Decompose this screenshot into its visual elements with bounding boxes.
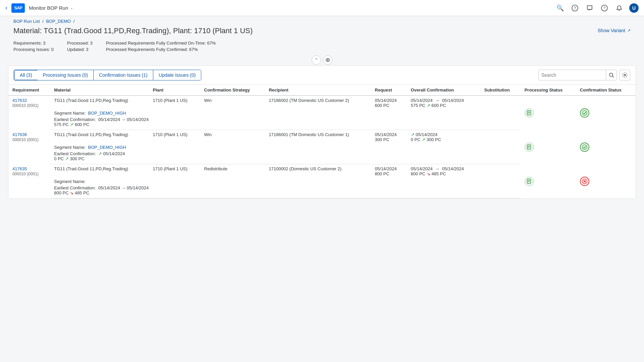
cell-plant: 1710 (Plant 1 US) [149, 164, 200, 179]
tab-all[interactable]: All (3) [14, 70, 38, 80]
tab-confirmation-issues[interactable]: Confirmation Issues (1) [94, 70, 153, 80]
cell-material: TG11 (Trad.Good 11,PD,Reg.Trading) [50, 96, 149, 110]
requirements-value: 3 [43, 41, 45, 46]
search-container [538, 70, 617, 80]
breadcrumb-bop-demo[interactable]: BOP_DEMO [46, 19, 71, 24]
svg-point-8 [624, 74, 626, 76]
app-title[interactable]: Monitor BOP Run ⌄ [29, 5, 73, 11]
col-overall-confirmation: Overall Confirmation [407, 85, 480, 96]
cell-overall-conf: 05/14/2024 → 05/14/2024 800 PC ↘ 485 PC [407, 164, 480, 179]
col-requirement: Requirement [8, 85, 50, 96]
pin-button[interactable] [323, 55, 332, 65]
chevron-down-icon: ⌄ [70, 6, 73, 10]
confirmation-status-icon[interactable] [580, 108, 589, 118]
cell-processing-status [521, 164, 576, 198]
tab-group: All (3) Processing Issues (0) Confirmati… [14, 70, 201, 80]
cell-recipient: 17186002 (TM Domestic US Customer 2) [265, 96, 371, 110]
notifications-icon[interactable] [614, 3, 624, 13]
processing-status-icon[interactable] [525, 108, 534, 118]
breadcrumb-sep-2: / [73, 19, 75, 24]
breadcrumb-sep-1: / [42, 19, 45, 24]
cell-substitution [480, 130, 521, 144]
cell-processing-status [521, 130, 576, 164]
confirmation-status-icon[interactable] [580, 142, 589, 152]
help-icon[interactable]: ? [600, 3, 609, 13]
table-row: 417635 000010 (0001) TG11 (Trad.Good 11,… [8, 164, 636, 179]
settings-button[interactable] [620, 70, 630, 80]
cell-segment-name: Segment Name: BOP_DEMO_HIGH [50, 110, 520, 116]
cell-recipient: 17100002 (Domestic US Customer 2) [265, 164, 371, 179]
fully-confirmed-on-time-label: Processed Requirements Fully Confirmed O… [106, 41, 206, 46]
fully-confirmed-value: 67% [189, 47, 198, 52]
breadcrumb-bop-run-list[interactable]: BOP Run List [13, 19, 40, 24]
content-area: All (3) Processing Issues (0) Confirmati… [8, 65, 636, 199]
search-input[interactable] [539, 72, 606, 78]
search-icon[interactable]: 🔍 [555, 3, 565, 13]
col-plant: Plant [149, 85, 200, 96]
cell-overall-conf: 05/14/2024 → 05/14/2024 575 PC ↗ 600 PC [407, 96, 480, 110]
avatar[interactable]: U [629, 3, 639, 13]
search-button[interactable] [606, 70, 616, 80]
req-sub: 000010 (0001) [12, 103, 39, 108]
svg-point-18 [582, 145, 587, 149]
stats-area: Requirements: 3 Processed: 3 Processed R… [0, 39, 644, 55]
back-button[interactable]: ‹ [5, 4, 7, 11]
updated-stat: Updated: 3 [67, 47, 106, 52]
cell-strategy: Win [200, 96, 265, 110]
segment-link[interactable]: BOP_DEMO_HIGH [88, 145, 126, 150]
chat-icon[interactable] [585, 3, 594, 13]
segment-link[interactable]: BOP_DEMO_HIGH [88, 111, 126, 116]
processing-status-icon[interactable] [525, 177, 534, 186]
requirement-link[interactable]: 417636 [12, 132, 27, 137]
confirmation-status-icon[interactable] [580, 177, 589, 186]
cell-confirmation-status [576, 130, 636, 164]
show-variant-label: Show Variant [598, 28, 625, 33]
svg-text:?: ? [603, 6, 605, 10]
cell-overall-conf: ↗ 05/14/2024 0 PC ↗ 300 PC [407, 130, 480, 144]
toolbar: All (3) Processing Issues (0) Confirmati… [8, 66, 636, 85]
cell-earliest-conf: Earliest Confirmation: 05/14/2024 → 05/1… [50, 185, 520, 198]
cell-strategy: Win [200, 130, 265, 144]
req-sub: 000010 (0001) [12, 172, 39, 176]
processing-status-icon[interactable] [525, 142, 534, 152]
fully-confirmed-label: Processed Requirements Fully Confirmed: [106, 47, 188, 52]
processed-stat: Processed: 3 [67, 41, 106, 46]
requirement-link[interactable]: 417635 [12, 166, 27, 171]
fully-confirmed-stat: Processed Requirements Fully Confirmed: … [106, 47, 229, 52]
page-header: Material: TG11 (Trad.Good 11,PD,Reg.Trad… [0, 25, 644, 39]
fully-confirmed-on-time-stat: Processed Requirements Fully Confirmed O… [106, 41, 229, 46]
svg-text:?: ? [574, 6, 576, 10]
col-material: Material [50, 85, 149, 96]
app-title-text: Monitor BOP Run [29, 5, 68, 11]
collapse-up-button[interactable]: ⌃ [312, 55, 321, 65]
cell-segment-name: Segment Name: BOP_DEMO_HIGH [50, 144, 520, 150]
requirement-link[interactable]: 417632 [12, 98, 27, 103]
processing-issues-value: 0 [51, 47, 54, 52]
cell-requirement: 417632 000010 (0001) [8, 96, 50, 130]
updated-value: 3 [86, 47, 88, 52]
shell-header: ‹ SAP Monitor BOP Run ⌄ 🔍 ? ? U [0, 0, 644, 16]
cell-substitution [480, 96, 521, 110]
table-row: 417632 000010 (0001) TG11 (Trad.Good 11,… [8, 96, 636, 110]
updated-label: Updated: [67, 47, 85, 52]
processing-issues-label: Processing Issues: [13, 47, 50, 52]
cell-material: TG11 (Trad.Good 11,PD,Reg.Trading) [50, 164, 149, 179]
cell-strategy: Redistribute [200, 164, 265, 179]
col-recipient: Recipient [265, 85, 371, 96]
fully-confirmed-on-time-value: 67% [207, 41, 216, 46]
cell-requirement: 417636 000010 (0001) [8, 130, 50, 164]
breadcrumb: BOP Run List / BOP_DEMO / [0, 16, 644, 25]
tab-update-issues[interactable]: Update Issues (0) [153, 70, 201, 80]
cell-material: TG11 (Trad.Good 11,PD,Reg.Trading) [50, 130, 149, 144]
cell-plant: 1710 (Plant 1 US) [149, 96, 200, 110]
cell-processing-status [521, 96, 576, 130]
products-icon[interactable]: ? [570, 3, 580, 13]
cell-confirmation-status [576, 96, 636, 130]
show-variant-button[interactable]: Show Variant ↗ [598, 28, 631, 33]
tab-processing-issues[interactable]: Processing Issues (0) [38, 70, 94, 80]
processed-label: Processed: [67, 41, 89, 46]
data-table: Requirement Material Plant Confirmation … [8, 85, 636, 198]
cell-confirmation-status [576, 164, 636, 198]
cell-request: 05/14/2024800 PC [371, 164, 407, 179]
svg-point-5 [327, 59, 328, 61]
